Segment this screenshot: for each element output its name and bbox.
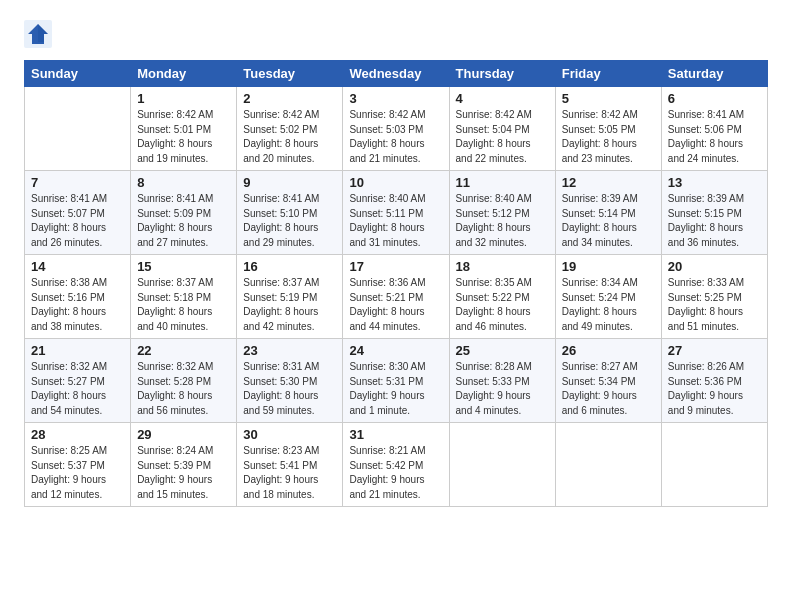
calendar-cell: 5Sunrise: 8:42 AM Sunset: 5:05 PM Daylig…	[555, 87, 661, 171]
calendar-cell: 14Sunrise: 8:38 AM Sunset: 5:16 PM Dayli…	[25, 255, 131, 339]
week-row-4: 21Sunrise: 8:32 AM Sunset: 5:27 PM Dayli…	[25, 339, 768, 423]
calendar-cell: 2Sunrise: 8:42 AM Sunset: 5:02 PM Daylig…	[237, 87, 343, 171]
day-info: Sunrise: 8:24 AM Sunset: 5:39 PM Dayligh…	[137, 444, 230, 502]
day-info: Sunrise: 8:38 AM Sunset: 5:16 PM Dayligh…	[31, 276, 124, 334]
calendar-cell: 20Sunrise: 8:33 AM Sunset: 5:25 PM Dayli…	[661, 255, 767, 339]
day-info: Sunrise: 8:41 AM Sunset: 5:10 PM Dayligh…	[243, 192, 336, 250]
calendar-cell: 10Sunrise: 8:40 AM Sunset: 5:11 PM Dayli…	[343, 171, 449, 255]
day-info: Sunrise: 8:32 AM Sunset: 5:27 PM Dayligh…	[31, 360, 124, 418]
day-info: Sunrise: 8:21 AM Sunset: 5:42 PM Dayligh…	[349, 444, 442, 502]
day-number: 10	[349, 175, 442, 190]
day-info: Sunrise: 8:37 AM Sunset: 5:19 PM Dayligh…	[243, 276, 336, 334]
calendar-cell: 9Sunrise: 8:41 AM Sunset: 5:10 PM Daylig…	[237, 171, 343, 255]
day-number: 14	[31, 259, 124, 274]
calendar-cell: 17Sunrise: 8:36 AM Sunset: 5:21 PM Dayli…	[343, 255, 449, 339]
calendar-cell: 4Sunrise: 8:42 AM Sunset: 5:04 PM Daylig…	[449, 87, 555, 171]
day-number: 22	[137, 343, 230, 358]
day-info: Sunrise: 8:42 AM Sunset: 5:02 PM Dayligh…	[243, 108, 336, 166]
calendar-cell: 7Sunrise: 8:41 AM Sunset: 5:07 PM Daylig…	[25, 171, 131, 255]
page: SundayMondayTuesdayWednesdayThursdayFrid…	[0, 0, 792, 612]
day-info: Sunrise: 8:23 AM Sunset: 5:41 PM Dayligh…	[243, 444, 336, 502]
calendar-table: SundayMondayTuesdayWednesdayThursdayFrid…	[24, 60, 768, 507]
day-number: 19	[562, 259, 655, 274]
day-info: Sunrise: 8:35 AM Sunset: 5:22 PM Dayligh…	[456, 276, 549, 334]
calendar-cell: 11Sunrise: 8:40 AM Sunset: 5:12 PM Dayli…	[449, 171, 555, 255]
col-header-thursday: Thursday	[449, 61, 555, 87]
day-info: Sunrise: 8:32 AM Sunset: 5:28 PM Dayligh…	[137, 360, 230, 418]
day-number: 11	[456, 175, 549, 190]
calendar-cell: 19Sunrise: 8:34 AM Sunset: 5:24 PM Dayli…	[555, 255, 661, 339]
day-number: 15	[137, 259, 230, 274]
calendar-cell: 18Sunrise: 8:35 AM Sunset: 5:22 PM Dayli…	[449, 255, 555, 339]
day-number: 18	[456, 259, 549, 274]
day-number: 17	[349, 259, 442, 274]
calendar-cell: 13Sunrise: 8:39 AM Sunset: 5:15 PM Dayli…	[661, 171, 767, 255]
day-number: 5	[562, 91, 655, 106]
day-info: Sunrise: 8:28 AM Sunset: 5:33 PM Dayligh…	[456, 360, 549, 418]
day-info: Sunrise: 8:40 AM Sunset: 5:11 PM Dayligh…	[349, 192, 442, 250]
calendar-cell: 1Sunrise: 8:42 AM Sunset: 5:01 PM Daylig…	[131, 87, 237, 171]
calendar-cell: 21Sunrise: 8:32 AM Sunset: 5:27 PM Dayli…	[25, 339, 131, 423]
header	[24, 20, 768, 48]
week-row-1: 1Sunrise: 8:42 AM Sunset: 5:01 PM Daylig…	[25, 87, 768, 171]
day-number: 3	[349, 91, 442, 106]
day-number: 25	[456, 343, 549, 358]
day-info: Sunrise: 8:41 AM Sunset: 5:09 PM Dayligh…	[137, 192, 230, 250]
day-info: Sunrise: 8:30 AM Sunset: 5:31 PM Dayligh…	[349, 360, 442, 418]
calendar-cell	[25, 87, 131, 171]
col-header-monday: Monday	[131, 61, 237, 87]
week-row-2: 7Sunrise: 8:41 AM Sunset: 5:07 PM Daylig…	[25, 171, 768, 255]
day-info: Sunrise: 8:42 AM Sunset: 5:04 PM Dayligh…	[456, 108, 549, 166]
calendar-cell	[449, 423, 555, 507]
day-number: 28	[31, 427, 124, 442]
day-info: Sunrise: 8:37 AM Sunset: 5:18 PM Dayligh…	[137, 276, 230, 334]
day-info: Sunrise: 8:41 AM Sunset: 5:06 PM Dayligh…	[668, 108, 761, 166]
day-info: Sunrise: 8:25 AM Sunset: 5:37 PM Dayligh…	[31, 444, 124, 502]
calendar-cell: 28Sunrise: 8:25 AM Sunset: 5:37 PM Dayli…	[25, 423, 131, 507]
calendar-cell: 8Sunrise: 8:41 AM Sunset: 5:09 PM Daylig…	[131, 171, 237, 255]
header-row: SundayMondayTuesdayWednesdayThursdayFrid…	[25, 61, 768, 87]
day-number: 27	[668, 343, 761, 358]
day-number: 29	[137, 427, 230, 442]
day-number: 7	[31, 175, 124, 190]
calendar-cell: 12Sunrise: 8:39 AM Sunset: 5:14 PM Dayli…	[555, 171, 661, 255]
week-row-3: 14Sunrise: 8:38 AM Sunset: 5:16 PM Dayli…	[25, 255, 768, 339]
calendar-cell: 22Sunrise: 8:32 AM Sunset: 5:28 PM Dayli…	[131, 339, 237, 423]
day-number: 12	[562, 175, 655, 190]
day-info: Sunrise: 8:34 AM Sunset: 5:24 PM Dayligh…	[562, 276, 655, 334]
col-header-wednesday: Wednesday	[343, 61, 449, 87]
day-info: Sunrise: 8:39 AM Sunset: 5:15 PM Dayligh…	[668, 192, 761, 250]
day-info: Sunrise: 8:42 AM Sunset: 5:01 PM Dayligh…	[137, 108, 230, 166]
day-info: Sunrise: 8:40 AM Sunset: 5:12 PM Dayligh…	[456, 192, 549, 250]
day-number: 9	[243, 175, 336, 190]
day-info: Sunrise: 8:27 AM Sunset: 5:34 PM Dayligh…	[562, 360, 655, 418]
calendar-cell: 3Sunrise: 8:42 AM Sunset: 5:03 PM Daylig…	[343, 87, 449, 171]
col-header-friday: Friday	[555, 61, 661, 87]
day-number: 2	[243, 91, 336, 106]
day-number: 8	[137, 175, 230, 190]
logo	[24, 20, 54, 48]
calendar-cell: 29Sunrise: 8:24 AM Sunset: 5:39 PM Dayli…	[131, 423, 237, 507]
calendar-cell: 15Sunrise: 8:37 AM Sunset: 5:18 PM Dayli…	[131, 255, 237, 339]
logo-icon	[24, 20, 52, 48]
calendar-cell: 16Sunrise: 8:37 AM Sunset: 5:19 PM Dayli…	[237, 255, 343, 339]
day-number: 4	[456, 91, 549, 106]
calendar-cell	[661, 423, 767, 507]
day-info: Sunrise: 8:42 AM Sunset: 5:03 PM Dayligh…	[349, 108, 442, 166]
day-number: 6	[668, 91, 761, 106]
calendar-cell: 23Sunrise: 8:31 AM Sunset: 5:30 PM Dayli…	[237, 339, 343, 423]
calendar-cell: 27Sunrise: 8:26 AM Sunset: 5:36 PM Dayli…	[661, 339, 767, 423]
day-info: Sunrise: 8:31 AM Sunset: 5:30 PM Dayligh…	[243, 360, 336, 418]
day-number: 30	[243, 427, 336, 442]
day-number: 31	[349, 427, 442, 442]
calendar-cell: 26Sunrise: 8:27 AM Sunset: 5:34 PM Dayli…	[555, 339, 661, 423]
day-info: Sunrise: 8:36 AM Sunset: 5:21 PM Dayligh…	[349, 276, 442, 334]
day-info: Sunrise: 8:33 AM Sunset: 5:25 PM Dayligh…	[668, 276, 761, 334]
calendar-cell: 25Sunrise: 8:28 AM Sunset: 5:33 PM Dayli…	[449, 339, 555, 423]
day-number: 16	[243, 259, 336, 274]
calendar-cell: 24Sunrise: 8:30 AM Sunset: 5:31 PM Dayli…	[343, 339, 449, 423]
day-number: 20	[668, 259, 761, 274]
day-info: Sunrise: 8:39 AM Sunset: 5:14 PM Dayligh…	[562, 192, 655, 250]
day-number: 21	[31, 343, 124, 358]
calendar-cell: 30Sunrise: 8:23 AM Sunset: 5:41 PM Dayli…	[237, 423, 343, 507]
